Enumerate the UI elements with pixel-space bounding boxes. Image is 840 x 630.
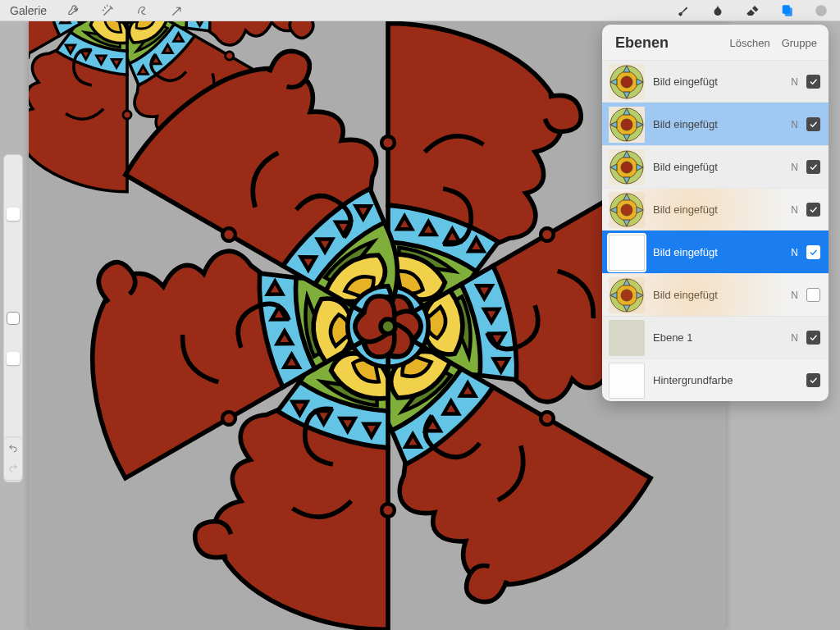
top-toolbar: Galerie (0, 0, 840, 21)
color-swatch[interactable] (814, 3, 829, 18)
layer-blend-label[interactable]: N (791, 162, 798, 173)
layer-row[interactable]: Bild eingefügtN (602, 103, 829, 145)
brush-size-slider[interactable] (11, 167, 16, 295)
layers-icon[interactable] (779, 3, 794, 18)
layer-name-label: Bild eingefügt (653, 289, 791, 301)
layer-name-label: Bild eingefügt (653, 118, 791, 130)
eraser-icon[interactable] (745, 3, 760, 18)
layer-row[interactable]: Bild eingefügtN (602, 188, 829, 231)
layer-name-label: Bild eingefügt (653, 75, 791, 88)
layer-thumbnail[interactable] (609, 363, 645, 399)
layer-visibility-checkbox[interactable] (806, 331, 820, 345)
layer-thumbnail[interactable] (609, 107, 645, 143)
redo-icon[interactable] (7, 461, 19, 476)
layer-row[interactable]: Ebene 1N (602, 316, 829, 358)
opacity-thumb[interactable] (7, 352, 20, 365)
layer-thumbnail[interactable] (609, 277, 645, 313)
layer-row[interactable]: Bild eingefügtN (602, 231, 829, 273)
layer-name-label: Bild eingefügt (653, 161, 791, 173)
layer-blend-label[interactable]: N (791, 204, 798, 216)
svg-point-2 (815, 5, 827, 16)
layer-name-label: Bild eingefügt (653, 246, 791, 258)
layer-visibility-checkbox[interactable] (806, 373, 820, 387)
svg-rect-1 (785, 7, 792, 16)
layer-blend-label[interactable]: N (791, 119, 798, 130)
layer-row[interactable]: Hintergrundfarbe (602, 358, 829, 401)
layer-visibility-checkbox[interactable] (806, 245, 820, 259)
layer-blend-label[interactable]: N (791, 247, 798, 258)
layer-blend-label[interactable]: N (791, 332, 798, 344)
undo-redo-bar (3, 436, 23, 481)
brush-opacity-sliders (3, 154, 23, 482)
brush-size-thumb[interactable] (7, 208, 20, 221)
gallery-button[interactable]: Galerie (10, 4, 47, 17)
shape-icon[interactable] (135, 3, 150, 18)
layer-thumbnail[interactable] (609, 149, 645, 185)
layer-blend-label[interactable]: N (791, 76, 798, 88)
layer-thumbnail[interactable] (609, 320, 645, 356)
smudge-icon[interactable] (710, 3, 725, 18)
top-toolbar-left: Galerie (0, 3, 185, 18)
wand-icon[interactable] (101, 3, 116, 18)
layer-visibility-checkbox[interactable] (806, 75, 820, 89)
layer-name-label: Ebene 1 (653, 331, 791, 344)
layer-visibility-checkbox[interactable] (806, 203, 820, 217)
brush-icon[interactable] (676, 3, 691, 18)
top-toolbar-right (676, 3, 840, 18)
slider-modifier-button[interactable] (7, 312, 20, 325)
layer-blend-label[interactable]: N (791, 290, 798, 301)
svg-point-9 (381, 319, 395, 334)
layer-name-label: Hintergrundfarbe (653, 374, 806, 386)
layers-panel: Ebenen Löschen Gruppe Bild eingefügtNBil… (602, 25, 829, 401)
layer-visibility-checkbox[interactable] (806, 160, 820, 174)
layer-thumbnail[interactable] (609, 235, 645, 271)
layer-row[interactable]: Bild eingefügtN (602, 145, 829, 188)
layer-row[interactable]: Bild eingefügtN (602, 273, 829, 316)
layer-thumbnail[interactable] (609, 192, 645, 228)
layers-delete-button[interactable]: Löschen (729, 37, 769, 49)
undo-icon[interactable] (7, 441, 19, 456)
layer-thumbnail[interactable] (609, 64, 645, 100)
layer-name-label: Bild eingefügt (653, 203, 791, 216)
layers-title: Ebenen (615, 34, 669, 52)
layer-visibility-checkbox[interactable] (806, 117, 820, 131)
layer-visibility-checkbox[interactable] (806, 288, 820, 302)
layers-header: Ebenen Löschen Gruppe (602, 25, 829, 60)
arrow-icon[interactable] (170, 3, 185, 18)
layer-row[interactable]: Bild eingefügtN (602, 60, 829, 103)
layers-group-button[interactable]: Gruppe (782, 37, 817, 49)
wrench-icon[interactable] (66, 3, 81, 18)
layers-list: Bild eingefügtNBild eingefügtNBild einge… (602, 60, 829, 401)
